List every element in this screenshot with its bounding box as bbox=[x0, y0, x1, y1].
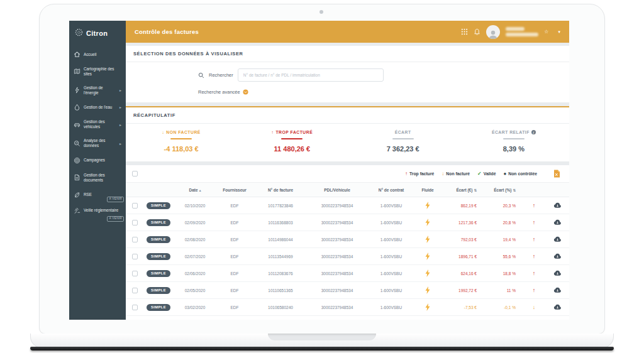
row-type-badge: SIMPLE bbox=[147, 304, 170, 311]
row-ecart-pct: 18,8 % bbox=[483, 271, 522, 276]
user-avatar[interactable] bbox=[486, 25, 500, 39]
cloud-download-icon[interactable] bbox=[546, 202, 569, 209]
arrow-up-icon: ↑ bbox=[405, 171, 408, 176]
status-arrow-up-icon: ↑ bbox=[522, 287, 546, 293]
row-checkbox[interactable] bbox=[132, 220, 138, 225]
row-ecart-eur: 862,19 € bbox=[440, 204, 483, 208]
row-type-badge: SIMPLE bbox=[147, 253, 170, 260]
row-fournisseur: EDF bbox=[215, 305, 254, 310]
info-icon[interactable]: i bbox=[531, 130, 536, 134]
row-ecart-eur: 624,16 € bbox=[440, 271, 483, 276]
cloud-download-icon[interactable] bbox=[546, 304, 569, 310]
sidebar-item-vehicules[interactable]: Gestion des véhicules ▸ bbox=[69, 115, 126, 134]
dot-icon: ● bbox=[503, 171, 506, 176]
row-contrat: 1-600VSBU bbox=[367, 271, 415, 276]
star-icon[interactable]: ☆ bbox=[544, 29, 548, 35]
row-facture: 10114986044 bbox=[254, 237, 307, 242]
brand-name: Citron bbox=[86, 30, 108, 37]
user-firstname-blur bbox=[506, 27, 525, 31]
advanced-search-toggle[interactable]: Recherche avancée bbox=[198, 89, 569, 95]
expand-circle-icon bbox=[243, 89, 248, 95]
electricity-bolt-icon bbox=[415, 236, 440, 243]
row-ecart-eur: -7,53 € bbox=[440, 305, 483, 310]
sidebar-item-cartographie[interactable]: Cartographie des sites bbox=[69, 62, 126, 81]
table-row[interactable]: SIMPLE 03/02/2020 EDF 10106580240 300022… bbox=[126, 299, 569, 316]
sort-asc-icon: ▴ bbox=[199, 188, 201, 192]
row-date: 02/06/2020 bbox=[175, 271, 215, 276]
arrow-down-icon: ↓ bbox=[441, 171, 444, 176]
recap-title: RÉCAPITULATIF bbox=[126, 107, 569, 124]
sidebar-item-documents[interactable]: Gestion des documents bbox=[69, 168, 126, 187]
header-date[interactable]: Date▴ bbox=[175, 188, 215, 192]
gavel-icon bbox=[74, 207, 80, 214]
header-ecart-pct[interactable]: Écart (%)⇅ bbox=[483, 188, 522, 192]
header-ecart-eur[interactable]: Écart (€)⇅ bbox=[440, 188, 483, 192]
row-contrat: 1-600VSBU bbox=[367, 305, 415, 310]
sidebar-item-campagnes[interactable]: Campagnes bbox=[69, 153, 126, 168]
row-date: 02/07/2020 bbox=[175, 254, 215, 259]
cloud-download-icon[interactable] bbox=[546, 219, 569, 225]
cloud-download-icon[interactable] bbox=[546, 236, 569, 242]
row-ecart-pct: 55,6 % bbox=[483, 254, 522, 259]
table-row[interactable]: SIMPLE 02/08/2020 EDF 10114986044 300022… bbox=[126, 231, 569, 248]
sidebar-item-energie[interactable]: Gestion de l'énergie ▸ bbox=[69, 81, 126, 100]
page-title: Contrôle des factures bbox=[135, 28, 199, 35]
citron-logo-icon bbox=[75, 28, 83, 39]
cloud-download-icon[interactable] bbox=[546, 287, 569, 293]
header-pdl: PDL/Véhicule bbox=[307, 188, 367, 192]
row-fournisseur: EDF bbox=[215, 271, 254, 276]
row-ecart-pct: 20,8 % bbox=[483, 220, 522, 225]
row-checkbox[interactable] bbox=[132, 203, 138, 209]
row-type-badge: SIMPLE bbox=[147, 270, 170, 277]
leaf-icon bbox=[74, 192, 80, 198]
sidebar-item-label: Gestion de l'eau bbox=[84, 105, 112, 110]
sidebar-item-veille[interactable]: Veille réglementaire À VENIR bbox=[69, 203, 126, 222]
electricity-bolt-icon bbox=[415, 303, 440, 311]
sidebar-item-accueil[interactable]: Accueil bbox=[69, 46, 126, 62]
laptop-mockup: Citron Accueil Cartographie des sites Ge… bbox=[0, 0, 644, 353]
search-input[interactable] bbox=[238, 68, 384, 82]
row-checkbox[interactable] bbox=[132, 271, 138, 276]
row-ecart-pct: 20,3 % bbox=[483, 204, 522, 208]
table-row[interactable]: SIMPLE 02/07/2020 EDF 10113544969 300022… bbox=[126, 248, 569, 265]
user-name-blurred[interactable] bbox=[506, 27, 538, 36]
apps-grid-icon[interactable] bbox=[461, 28, 468, 35]
sidebar-item-rse[interactable]: RSE À VENIR bbox=[69, 187, 126, 203]
user-menu-caret-icon[interactable]: ▾ bbox=[558, 30, 560, 35]
sidebar-item-analyse[interactable]: Analyse des données ▸ bbox=[69, 134, 126, 153]
cloud-download-icon[interactable] bbox=[546, 253, 569, 259]
cloud-download-icon[interactable] bbox=[546, 270, 569, 276]
table-row[interactable]: SIMPLE 02/09/2020 EDF 10116368803 300022… bbox=[126, 214, 569, 231]
status-arrow-up-icon: ↑ bbox=[522, 236, 546, 242]
row-ecart-eur: 1217,36 € bbox=[440, 220, 483, 225]
excel-export-icon[interactable] bbox=[553, 170, 560, 178]
table-row[interactable]: SIMPLE 02/10/2020 EDF 10177823846 300022… bbox=[126, 197, 569, 214]
arrow-down-icon: ↓ bbox=[162, 130, 164, 134]
stat-trop-facture: ↑TROP FACTURÉ 11 480,26 € bbox=[236, 130, 347, 153]
stat-value: 11 480,26 € bbox=[274, 145, 311, 153]
stat-value: 7 362,23 € bbox=[387, 145, 419, 153]
row-checkbox[interactable] bbox=[132, 237, 138, 242]
chevron-right-icon: ▸ bbox=[119, 88, 121, 92]
selection-card: SÉLECTION DES DONNÉES À VISUALISER Reche… bbox=[126, 46, 569, 102]
select-all-checkbox[interactable] bbox=[132, 171, 138, 176]
app-window: Citron Accueil Cartographie des sites Ge… bbox=[69, 21, 569, 320]
row-pdl: 30002237948534 bbox=[307, 305, 367, 310]
table-row[interactable]: SIMPLE 02/06/2020 EDF 10112083676 300022… bbox=[126, 265, 569, 282]
stat-value: -4 118,03 € bbox=[164, 145, 199, 153]
car-icon bbox=[74, 121, 80, 128]
magnifier-chart-icon bbox=[74, 140, 80, 147]
stat-underline bbox=[170, 138, 192, 139]
row-date: 02/09/2020 bbox=[175, 220, 215, 225]
row-checkbox[interactable] bbox=[132, 305, 138, 310]
stat-ecart: ÉCART 7 362,23 € bbox=[348, 130, 458, 153]
row-checkbox[interactable] bbox=[132, 288, 138, 293]
row-checkbox[interactable] bbox=[132, 254, 138, 259]
bell-icon[interactable] bbox=[474, 28, 480, 36]
electricity-bolt-icon bbox=[415, 219, 440, 226]
stat-label: ÉCART bbox=[395, 130, 411, 134]
electricity-bolt-icon bbox=[415, 286, 440, 294]
sidebar-item-eau[interactable]: Gestion de l'eau ▸ bbox=[69, 99, 126, 115]
stat-label: NON FACTURÉ bbox=[166, 130, 201, 134]
table-row[interactable]: SIMPLE 02/05/2020 EDF 10110651365 300022… bbox=[126, 282, 569, 299]
